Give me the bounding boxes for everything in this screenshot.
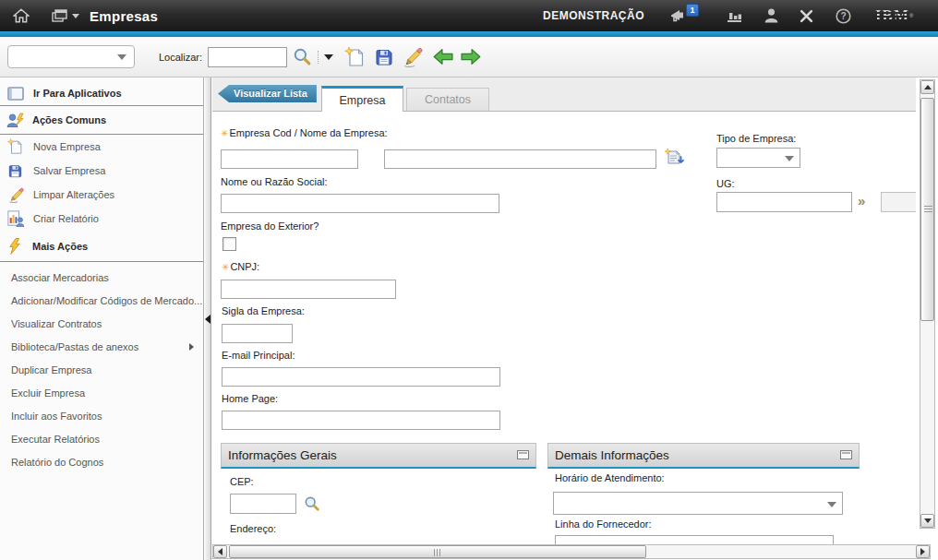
svg-text:?: ? [840, 11, 846, 21]
new-record-icon[interactable] [344, 46, 367, 68]
linha-fornecedor-input[interactable] [555, 535, 834, 544]
sidebar-item-criar-relatorio[interactable]: Criar Relatório [0, 207, 203, 231]
sidebar-item-go-to-apps[interactable]: Ir Para Aplicativos [0, 81, 203, 106]
cep-search-icon[interactable] [304, 495, 320, 514]
required-marker: ✳ [222, 262, 229, 272]
sidebar-item-visualizar-contratos[interactable]: Visualizar Contratos [0, 312, 203, 335]
sidebar-item-adicionar-modificar-codigos[interactable]: Adicionar/Modificar Códigos de Mercado..… [0, 289, 203, 312]
home-icon[interactable] [13, 0, 30, 31]
cep-label: CEP: [230, 476, 254, 487]
applications-menu-icon[interactable] [52, 0, 79, 31]
app-header: Empresas DEMONSTRAÇÃO 1 ? IBM® [0, 0, 938, 31]
localizar-input[interactable] [208, 47, 287, 67]
arrow-left-icon [218, 548, 222, 555]
save-icon[interactable] [374, 47, 394, 67]
sigla-input[interactable] [222, 324, 293, 343]
submenu-arrow-icon [189, 343, 194, 351]
section-informacoes-gerais: Informações Gerais [221, 443, 536, 469]
sidebar-item-executar-relatorios[interactable]: Executar Relatórios [0, 427, 203, 450]
common-actions-icon [6, 112, 27, 128]
notification-badge: 1 [686, 4, 699, 17]
chevron-down-icon [827, 502, 836, 507]
email-input[interactable] [222, 367, 500, 387]
user-icon[interactable] [764, 0, 778, 31]
arrow-right-icon [920, 548, 925, 555]
cep-input[interactable] [230, 494, 296, 514]
linha-fornecedor-label: Linha do Fornecedor: [555, 518, 652, 530]
arrow-down-icon [924, 518, 932, 523]
ug-input[interactable] [716, 192, 852, 212]
section-collapse-icon[interactable] [517, 450, 529, 459]
cnpj-label: ✳CNPJ: [222, 261, 259, 272]
lightning-bolt-icon [6, 238, 27, 255]
next-icon[interactable] [460, 47, 481, 66]
sidebar-item-duplicar-empresa[interactable]: Duplicar Empresa [0, 358, 203, 381]
tab-empresa[interactable]: Empresa [321, 86, 403, 112]
horario-select[interactable] [553, 492, 843, 515]
vertical-scrollbar[interactable] [920, 79, 935, 529]
lookup-list-icon[interactable] [664, 148, 685, 171]
scroll-left-button[interactable] [213, 545, 227, 558]
horario-label: Horário de Atendimento: [555, 472, 665, 483]
scroll-up-button[interactable] [920, 80, 934, 94]
homepage-input[interactable] [222, 411, 500, 430]
sidebar-item-limpar-alteracoes[interactable]: Limpar Alterações [0, 183, 203, 207]
required-marker: ✳ [221, 128, 228, 138]
sidebar-item-nova-empresa[interactable]: Nova Empresa [0, 135, 203, 159]
sidebar: Ir Para Aplicativos Ações Comuns Nova Em… [0, 77, 204, 560]
homepage-label: Home Page: [222, 393, 278, 404]
content-area: Ir Para Aplicativos Ações Comuns Nova Em… [0, 77, 938, 560]
save-icon [7, 162, 28, 179]
quick-select-dropdown[interactable] [7, 45, 135, 68]
sidebar-item-associar-mercadorias[interactable]: Associar Mercadorias [0, 266, 203, 289]
visualizar-lista-button[interactable]: Visualizar Lista [218, 85, 317, 102]
toolbar-separator [318, 51, 319, 64]
sidebar-item-salvar-empresa[interactable]: Salvar Empresa [0, 159, 203, 183]
vertical-scrollbar-track[interactable] [920, 94, 934, 514]
horizontal-scrollbar-track[interactable] [227, 545, 916, 558]
create-report-icon [7, 210, 28, 227]
arrow-up-icon [924, 85, 932, 89]
horizontal-scrollbar-thumb[interactable] [229, 545, 646, 558]
sidebar-item-relatorio-cognos[interactable]: Relatório do Cognos [0, 450, 203, 473]
chevron-down-icon [117, 54, 126, 60]
scrollbar-grip [924, 206, 932, 214]
email-label: E-mail Principal: [222, 350, 295, 361]
application-window-icon [7, 85, 28, 101]
clear-changes-icon[interactable] [402, 47, 424, 67]
search-options-caret[interactable] [324, 54, 333, 60]
sidebar-collapse-handle[interactable] [205, 77, 211, 560]
vertical-scrollbar-thumb[interactable] [920, 98, 934, 321]
tipo-empresa-select[interactable] [716, 148, 800, 168]
scroll-right-button[interactable] [916, 545, 930, 558]
close-icon[interactable] [800, 0, 813, 31]
previous-icon[interactable] [433, 47, 454, 66]
exterior-label: Empresa do Exterior? [221, 220, 319, 232]
cnpj-input[interactable] [221, 280, 396, 299]
sigla-label: Sigla da Empresa: [222, 305, 305, 316]
tipo-empresa-label: Tipo de Empresa: [716, 133, 796, 144]
ug-label: UG: [716, 178, 735, 189]
sidebar-item-excluir-empresa[interactable]: Excluir Empresa [0, 381, 203, 404]
sidebar-item-biblioteca-pastas-anexos[interactable]: Biblioteca/Pastas de anexos [0, 335, 203, 358]
horizontal-scrollbar[interactable] [212, 544, 931, 559]
empresa-nome-input[interactable] [384, 149, 656, 169]
ug-aux-input [881, 192, 916, 212]
new-document-icon [7, 138, 28, 155]
exterior-checkbox[interactable] [222, 237, 236, 251]
section-demais-informacoes: Demais Informações [547, 443, 860, 469]
empresa-cod-input[interactable] [221, 149, 358, 169]
scrollbar-grip [434, 549, 442, 556]
tab-strip: Visualizar Lista Empresa Contatos [212, 77, 916, 112]
sidebar-item-incluir-aos-favoritos[interactable]: Incluir aos Favoritos [0, 404, 203, 427]
sidebar-section-more-actions: Mais Ações [0, 231, 203, 262]
search-icon[interactable] [293, 47, 312, 66]
ug-expand-chevrons-icon[interactable]: » [858, 193, 865, 209]
help-icon[interactable]: ? [836, 0, 851, 31]
reports-icon[interactable] [727, 0, 743, 31]
section-collapse-icon[interactable] [840, 450, 852, 459]
tab-contatos[interactable]: Contatos [406, 88, 489, 111]
nome-razao-input[interactable] [221, 194, 499, 213]
environment-label: DEMONSTRAÇÃO [543, 0, 644, 31]
scroll-down-button[interactable] [920, 514, 934, 528]
